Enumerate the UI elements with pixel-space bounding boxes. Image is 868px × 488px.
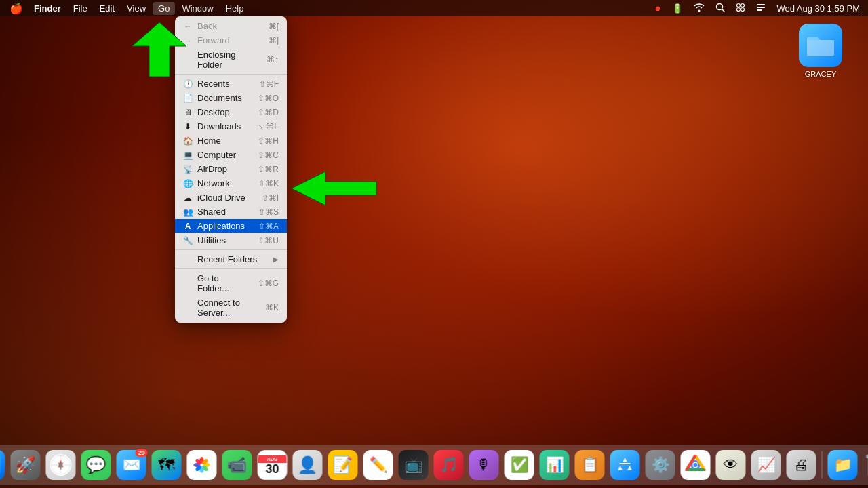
menu-item-back[interactable]: ← Back ⌘[ xyxy=(175,19,287,33)
menubar-edit[interactable]: Edit xyxy=(94,2,120,15)
menubar-help[interactable]: Help xyxy=(220,2,250,15)
desktop-folder-icon[interactable]: GRACEY xyxy=(793,24,848,78)
dock-item-preview[interactable]: 👁 xyxy=(715,449,747,481)
dock-item-finder2[interactable]: 📁 xyxy=(827,449,859,481)
dock-item-maps[interactable]: 🗺 xyxy=(151,449,183,481)
dock-item-mail[interactable]: ✉️ 29 xyxy=(115,449,148,481)
svg-rect-8 xyxy=(757,9,762,11)
menu-item-network[interactable]: 🌐 Network ⇧⌘K xyxy=(175,176,287,190)
dock-item-contacts[interactable]: 👤 xyxy=(292,449,324,481)
svg-marker-10 xyxy=(292,171,376,205)
svg-rect-11 xyxy=(0,454,1,476)
svg-point-5 xyxy=(741,7,745,11)
dock-item-notes[interactable]: 📝 xyxy=(327,449,359,481)
dock-item-photos[interactable] xyxy=(186,449,218,481)
dock-item-system-prefs[interactable]: ⚙️ xyxy=(644,449,677,481)
menu-item-documents[interactable]: 📄 Documents ⇧⌘O xyxy=(175,91,287,105)
menu-shortcut-home: ⇧⌘H xyxy=(258,136,279,146)
menu-item-recent-folders-label: Recent Folders xyxy=(197,254,269,264)
dock-item-printer[interactable]: 🖨 xyxy=(785,449,818,481)
tv-app-icon: 📺 xyxy=(399,450,429,480)
calendar-app-icon: AUG 30 xyxy=(258,450,288,480)
menu-item-computer[interactable]: 💻 Computer ⇧⌘C xyxy=(175,148,287,162)
menu-item-enclosing-label: Enclosing Folder xyxy=(197,49,262,70)
dock-item-numbers[interactable]: 📊 xyxy=(538,449,571,481)
menu-item-goto[interactable]: Go to Folder... ⇧⌘G xyxy=(175,271,287,296)
svg-point-2 xyxy=(737,3,741,7)
dock-item-messages[interactable]: 💬 xyxy=(80,449,113,481)
menu-item-icloud[interactable]: ☁ iCloud Drive ⇧⌘I xyxy=(175,190,287,205)
menu-item-documents-label: Documents xyxy=(197,93,253,103)
dock-item-podcasts[interactable]: 🎙 xyxy=(468,449,500,481)
menu-item-utilities-label: Utilities xyxy=(197,235,253,245)
menu-item-utilities[interactable]: 🔧 Utilities ⇧⌘U xyxy=(175,233,287,247)
preview-app-icon: 👁 xyxy=(716,450,746,480)
dock-item-finder[interactable] xyxy=(0,449,7,481)
notification-center[interactable] xyxy=(753,1,768,16)
dock-item-safari[interactable] xyxy=(45,449,77,481)
menubar-go[interactable]: Go xyxy=(153,2,175,15)
control-center-button[interactable] xyxy=(733,1,748,16)
dock-item-calendar[interactable]: AUG 30 xyxy=(256,449,289,481)
menu-shortcut-documents: ⇧⌘O xyxy=(258,94,279,103)
menu-shortcut-downloads: ⌥⌘L xyxy=(256,122,279,131)
menu-shortcut-recents: ⇧⌘F xyxy=(259,79,279,89)
menubar-window[interactable]: Window xyxy=(176,2,218,15)
menu-divider-3 xyxy=(175,268,287,269)
trash-app-icon xyxy=(863,450,869,480)
menubar-view[interactable]: View xyxy=(121,2,151,15)
menu-item-applications[interactable]: A Applications ⇧⌘A xyxy=(175,219,287,233)
dock-item-tv[interactable]: 📺 xyxy=(397,449,430,481)
svg-point-4 xyxy=(737,7,741,11)
apple-menu[interactable]: 🍎 xyxy=(5,1,27,16)
menu-item-recents[interactable]: 🕐 Recents ⇧⌘F xyxy=(175,77,287,91)
home-icon: 🏠 xyxy=(183,136,193,146)
annotation-arrow-go xyxy=(105,19,186,83)
dock-item-pages[interactable]: 📋 xyxy=(574,449,606,481)
dock-item-chrome[interactable] xyxy=(679,449,712,481)
dock-item-music[interactable]: 🎵 xyxy=(433,449,465,481)
dock-item-facetime[interactable]: 📹 xyxy=(221,449,254,481)
menu-item-shared-label: Shared xyxy=(197,207,254,217)
dock-item-freeform[interactable]: ✏️ xyxy=(362,449,395,481)
menu-item-forward[interactable]: → Forward ⌘] xyxy=(175,33,287,47)
menubar-finder[interactable]: Finder xyxy=(28,2,66,15)
dock-item-activity-monitor[interactable]: 📈 xyxy=(750,449,783,481)
menu-item-shared[interactable]: 👥 Shared ⇧⌘S xyxy=(175,205,287,219)
menu-item-connect-label: Connect to Server... xyxy=(197,298,260,318)
menu-item-airdrop[interactable]: 📡 AirDrop ⇧⌘R xyxy=(175,162,287,176)
menu-item-recent-folders[interactable]: Recent Folders ▶ xyxy=(175,252,287,266)
shared-icon: 👥 xyxy=(183,207,193,217)
menu-item-downloads-label: Downloads xyxy=(197,121,252,131)
system-prefs-app-icon: ⚙️ xyxy=(646,450,675,480)
dock-item-appstore[interactable] xyxy=(609,449,642,481)
svg-rect-7 xyxy=(757,7,765,8)
svg-line-1 xyxy=(722,9,725,12)
svg-point-3 xyxy=(741,3,745,7)
menubar-file[interactable]: File xyxy=(68,2,93,15)
menu-item-home[interactable]: 🏠 Home ⇧⌘H xyxy=(175,134,287,148)
menu-item-desktop[interactable]: 🖥 Desktop ⇧⌘D xyxy=(175,105,287,119)
appstore-app-icon xyxy=(610,450,640,480)
menu-item-home-label: Home xyxy=(197,136,253,146)
battery-status[interactable]: 🔋 xyxy=(669,2,686,15)
menu-item-connect[interactable]: Connect to Server... ⌘K xyxy=(175,296,287,320)
maps-app-icon: 🗺 xyxy=(152,450,182,480)
menu-item-downloads[interactable]: ⬇ Downloads ⌥⌘L xyxy=(175,119,287,134)
goto-icon xyxy=(183,279,193,288)
menu-item-icloud-label: iCloud Drive xyxy=(197,192,257,203)
menu-item-desktop-label: Desktop xyxy=(197,107,253,117)
printer-app-icon: 🖨 xyxy=(787,450,816,480)
dock: 🚀 💬 ✉️ xyxy=(0,445,868,485)
dock-item-trash[interactable] xyxy=(862,449,869,481)
search-button[interactable] xyxy=(713,1,728,16)
menu-item-computer-label: Computer xyxy=(197,150,253,160)
menu-item-applications-label: Applications xyxy=(197,221,254,231)
photos-app-icon xyxy=(187,450,217,480)
menu-shortcut-forward: ⌘] xyxy=(269,36,279,45)
datetime-display[interactable]: Wed Aug 30 1:59 PM xyxy=(774,2,863,15)
wifi-status[interactable] xyxy=(691,2,707,15)
dock-item-launchpad[interactable]: 🚀 xyxy=(9,449,42,481)
menu-item-enclosing[interactable]: Enclosing Folder ⌘↑ xyxy=(175,47,287,72)
dock-item-reminders[interactable]: ✅ xyxy=(503,449,536,481)
